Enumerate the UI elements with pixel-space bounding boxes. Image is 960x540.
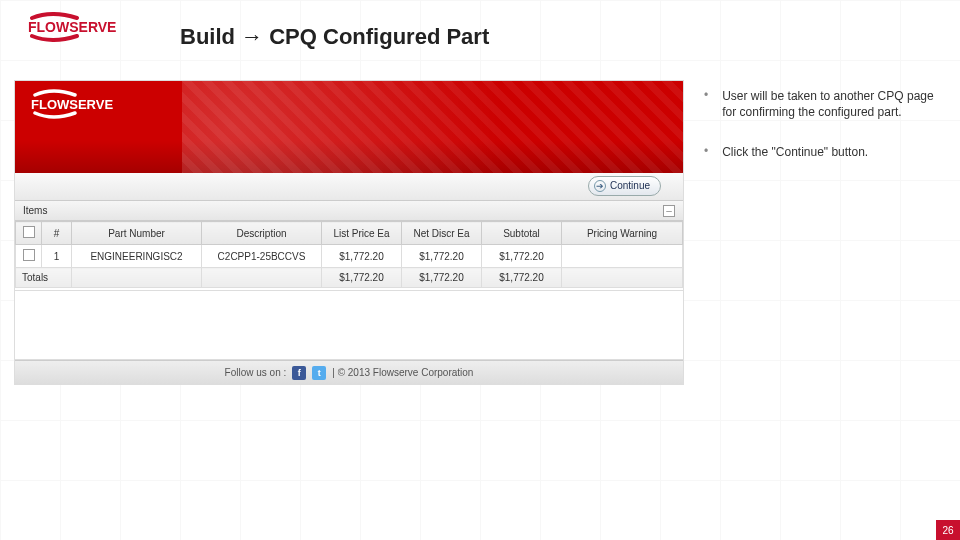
cell-net-discr: $1,772.20 <box>402 245 482 268</box>
copyright-text: | © 2013 Flowserve Corporation <box>332 367 473 378</box>
col-part-number: Part Number <box>72 222 202 245</box>
bullet-icon: • <box>704 144 708 160</box>
blank-area <box>15 290 683 360</box>
table-header-row: # Part Number Description List Price Ea … <box>16 222 683 245</box>
instruction-text: Click the "Continue" button. <box>722 144 868 160</box>
continue-button[interactable]: ➔ Continue <box>588 176 661 196</box>
arrow-right-icon: ➔ <box>594 180 606 192</box>
cell-list-price: $1,772.20 <box>322 245 402 268</box>
totals-list-price: $1,772.20 <box>322 268 402 288</box>
svg-text:FLOWSERVE: FLOWSERVE <box>28 19 116 35</box>
instruction-text: User will be taken to another CPQ page f… <box>722 88 944 120</box>
cpq-screenshot: FLOWSERVE ➔ Continue Items – # Part Numb… <box>14 80 684 385</box>
totals-row: Totals $1,772.20 $1,772.20 $1,772.20 <box>16 268 683 288</box>
row-checkbox[interactable] <box>23 249 35 261</box>
list-item: • User will be taken to another CPQ page… <box>704 88 944 120</box>
cell-part-number: ENGINEERINGISC2 <box>72 245 202 268</box>
cell-num: 1 <box>42 245 72 268</box>
col-num: # <box>42 222 72 245</box>
items-label: Items <box>23 205 47 216</box>
facebook-icon[interactable]: f <box>292 366 306 380</box>
continue-label: Continue <box>610 177 650 195</box>
table-row[interactable]: 1 ENGINEERINGISC2 C2CPP1-25BCCVS $1,772.… <box>16 245 683 268</box>
svg-text:FLOWSERVE: FLOWSERVE <box>31 97 113 112</box>
cell-subtotal: $1,772.20 <box>482 245 562 268</box>
page-title: Build → CPQ Configured Part <box>180 24 489 50</box>
page-number: 26 <box>936 520 960 540</box>
totals-net-discr: $1,772.20 <box>402 268 482 288</box>
cpq-toolbar: ➔ Continue <box>15 173 683 201</box>
collapse-icon[interactable]: – <box>663 205 675 217</box>
col-net-discr: Net Discr Ea <box>402 222 482 245</box>
items-section-header[interactable]: Items – <box>15 201 683 221</box>
totals-subtotal: $1,772.20 <box>482 268 562 288</box>
totals-label: Totals <box>16 268 72 288</box>
cell-pricing-warning <box>562 245 683 268</box>
list-item: • Click the "Continue" button. <box>704 144 944 160</box>
col-subtotal: Subtotal <box>482 222 562 245</box>
col-description: Description <box>202 222 322 245</box>
bullet-icon: • <box>704 88 708 120</box>
twitter-icon[interactable]: t <box>312 366 326 380</box>
cell-description: C2CPP1-25BCCVS <box>202 245 322 268</box>
instructions-list: • User will be taken to another CPQ page… <box>704 88 944 185</box>
flowserve-logo-small: FLOWSERVE <box>25 89 135 123</box>
cpq-footer: Follow us on : f t | © 2013 Flowserve Co… <box>15 360 683 384</box>
col-pricing-warning: Pricing Warning <box>562 222 683 245</box>
select-all-checkbox[interactable] <box>23 226 35 238</box>
items-table: # Part Number Description List Price Ea … <box>15 221 683 288</box>
flowserve-logo: FLOWSERVE <box>22 12 142 42</box>
cpq-header: FLOWSERVE <box>15 81 683 173</box>
col-list-price: List Price Ea <box>322 222 402 245</box>
follow-label: Follow us on : <box>225 367 287 378</box>
